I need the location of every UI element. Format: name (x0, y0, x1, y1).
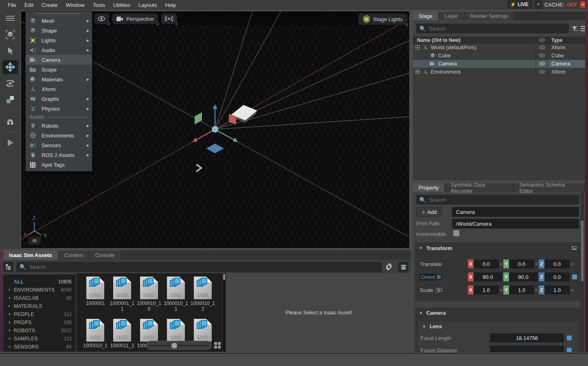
rotate-tool[interactable] (2, 76, 18, 90)
category-environments[interactable]: +ENVIRONMENTS6040 (3, 286, 76, 294)
scale-y-field[interactable]: 1.0 (509, 285, 534, 294)
translate-y-field[interactable]: 0.0 (509, 259, 534, 268)
create-menu-item-camera[interactable]: Camera (26, 55, 92, 65)
grid-view-icon[interactable] (214, 342, 221, 349)
expand-icon[interactable]: + (8, 295, 14, 301)
menu-file[interactable]: File (4, 1, 20, 9)
tab-layer[interactable]: Layer (439, 11, 464, 20)
translate-z-field[interactable]: 0.0 (544, 259, 570, 268)
asset-grid-scrollbar[interactable] (223, 273, 226, 352)
expand-icon[interactable]: + (8, 336, 14, 342)
transform-axes-icon[interactable] (570, 245, 578, 251)
menu-tools[interactable]: Tools (89, 1, 109, 9)
asset-file[interactable]: USD (190, 319, 215, 343)
create-menu-item-xform[interactable]: Xform (26, 84, 92, 94)
scale-x-field[interactable]: 1.0 (474, 285, 499, 294)
category-samples[interactable]: +SAMPLES112 (3, 335, 76, 343)
tab-render-settings[interactable]: Render Settings (465, 11, 514, 20)
add-property-button[interactable]: + Add (416, 207, 442, 217)
stage-search[interactable]: 🔍 (416, 24, 569, 33)
asset-file[interactable]: USD1000010_1 0 (136, 277, 162, 312)
scrollbar-thumb[interactable] (223, 274, 225, 280)
column-name-header[interactable]: Name (Old to New) (417, 37, 461, 43)
cache-file-icon[interactable] (580, 1, 586, 8)
menu-layouts[interactable]: Layouts (135, 1, 161, 9)
focus-distance-field[interactable] (490, 346, 564, 352)
filter-icon[interactable] (572, 26, 578, 32)
orient-x-field[interactable]: 90.0 (474, 272, 502, 281)
menu-utilities[interactable]: Utilities (110, 1, 134, 9)
hierarchy-view-button[interactable] (3, 262, 13, 272)
collapse-icon[interactable]: − (415, 45, 420, 50)
scale-tool[interactable] (2, 93, 18, 107)
category-people[interactable]: +PEOPLE312 (3, 310, 76, 318)
category-sensors[interactable]: +SENSORS64 (3, 343, 76, 351)
default-indicator[interactable] (571, 289, 573, 291)
category-materials[interactable]: •MATERIALS (3, 302, 76, 310)
default-indicator[interactable] (500, 263, 502, 265)
category-robots[interactable]: +ROBOTS3822 (3, 327, 76, 335)
gizmo-x-arrow[interactable] (196, 129, 215, 140)
stage-row-camera[interactable]: Camera Camera (413, 60, 585, 68)
asset-file[interactable]: USD1000010_1 1 (163, 277, 189, 312)
assets-search[interactable]: 🔍 (16, 262, 382, 272)
create-menu-item-scope[interactable]: Scope (26, 65, 92, 74)
menu-edit[interactable]: Edit (21, 1, 37, 9)
column-type-header[interactable]: Type (551, 37, 562, 43)
menu-help[interactable]: Help (161, 1, 180, 9)
lens-section-header[interactable]: ▼ Lens (418, 321, 579, 331)
link-scale-icon[interactable] (436, 288, 442, 292)
expand-icon[interactable]: + (8, 312, 14, 317)
tab-synthetic-data-recorder[interactable]: Synthetic Data Recorder (445, 183, 513, 192)
scrollbar-thumb[interactable] (581, 220, 584, 281)
category-isaaclab[interactable]: +ISAACLAB60 (3, 294, 76, 302)
property-scrollbar[interactable] (581, 192, 584, 352)
orient-y-field[interactable]: 90.0 (509, 272, 538, 281)
create-menu-item-mesh[interactable]: Mesh ▶ (26, 16, 92, 26)
play-tool[interactable] (2, 136, 18, 150)
visibility-toggle[interactable] (535, 68, 548, 76)
gizmo-plane-handle-blue[interactable] (206, 144, 224, 153)
expand-icon[interactable]: + (415, 70, 420, 74)
tab-isaac-sim-assets[interactable]: Isaac Sim Assets (3, 250, 58, 260)
viewport-camera-button[interactable]: Perspective (112, 13, 158, 24)
unit-button[interactable]: m (29, 237, 41, 245)
camera-section-header[interactable]: ▼ Camera (415, 307, 582, 318)
gear-icon[interactable] (385, 263, 393, 271)
asset-file[interactable]: USD (163, 319, 189, 343)
cursor-tool[interactable] (2, 44, 18, 58)
stage-row-environment[interactable]: + Environment Xform (413, 68, 585, 76)
tab-content[interactable]: Content (59, 250, 89, 260)
expand-icon[interactable]: + (8, 287, 14, 293)
gizmo-y-arrow[interactable] (215, 129, 234, 140)
value-changed-indicator[interactable] (567, 336, 572, 340)
viewport-render-button[interactable] (161, 13, 177, 24)
category-props[interactable]: +PROPS395 (3, 318, 76, 327)
property-search-input[interactable] (429, 197, 576, 203)
scale-z-field[interactable]: 1.0 (544, 285, 570, 294)
expand-icon[interactable]: + (8, 328, 14, 333)
default-indicator[interactable] (500, 289, 502, 291)
tab-property[interactable]: Property (413, 183, 444, 192)
stage-lights-button[interactable]: Stage Lights (358, 13, 407, 25)
gizmo-center[interactable] (212, 126, 218, 132)
visibility-toggle[interactable] (535, 60, 548, 68)
create-menu-item-environments[interactable]: Environments ▶ (26, 131, 92, 140)
move-tool[interactable] (2, 60, 18, 74)
move-gizmo[interactable] (193, 104, 238, 153)
gizmo-plane-handle-green[interactable] (195, 112, 202, 124)
asset-file[interactable]: USD1000001_1 1 (110, 277, 135, 312)
create-menu-item-lights[interactable]: Lights ▶ (26, 35, 92, 45)
category-all[interactable]: ALL10805 (3, 278, 76, 286)
toolbar-menu-icon[interactable] (2, 11, 18, 25)
asset-file[interactable]: USD1000010_1 (83, 319, 108, 349)
live-button[interactable]: ⚡ LIVE (507, 0, 532, 9)
default-indicator[interactable] (571, 263, 573, 265)
create-menu-item-audio[interactable]: Audio ▶ (26, 45, 92, 55)
orient-z-field[interactable]: 0.0 (544, 272, 570, 281)
stage-search-input[interactable] (429, 26, 566, 32)
stage-row-world[interactable]: − World (defaultPrim) Xform (413, 44, 585, 52)
live-dropdown-button[interactable]: ▼ (535, 0, 542, 9)
menu-tearoff[interactable] (26, 11, 92, 16)
translate-x-field[interactable]: 0.0 (474, 259, 499, 268)
